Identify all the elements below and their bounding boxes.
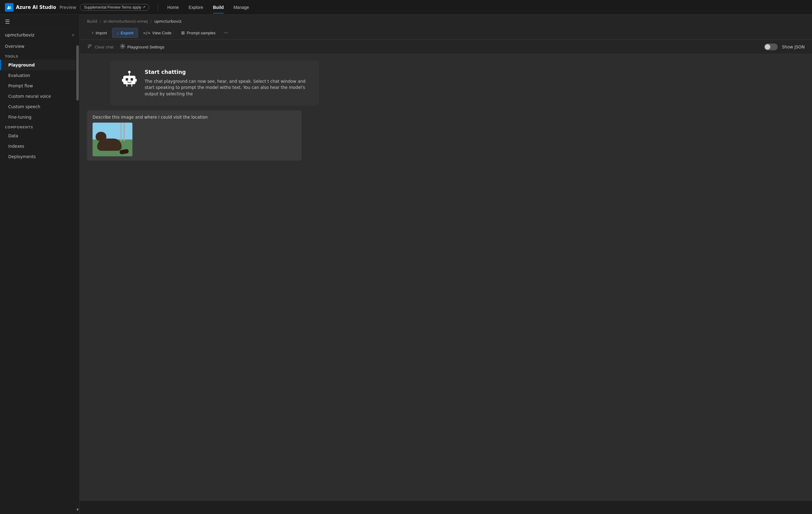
sidebar-item-evaluation[interactable]: Evaluation xyxy=(0,70,79,81)
workspace-name: upmcturboviz xyxy=(5,32,34,37)
hamburger-icon[interactable]: ☰ xyxy=(5,19,10,25)
sidebar-item-overview[interactable]: Overview xyxy=(0,41,79,52)
tools-section-label: Tools xyxy=(0,52,79,60)
breadcrumb-hub[interactable]: ai-demoturboviz-xmwj xyxy=(103,19,148,24)
svg-rect-4 xyxy=(130,78,133,81)
clear-chat-icon xyxy=(87,44,93,50)
show-json-label: Show JSON xyxy=(782,45,805,49)
start-chatting-card: Start chatting The chat playground can n… xyxy=(110,60,319,106)
main-content: Build / ai-demoturboviz-xmwj / upmcturbo… xyxy=(80,15,812,514)
more-options-button[interactable]: ··· xyxy=(221,28,231,37)
workspace-chevron-icon: ∧ xyxy=(72,33,75,37)
clear-icon-svg xyxy=(87,44,93,49)
pole-1 xyxy=(123,123,125,141)
scrollbar-track: ▼ xyxy=(76,15,79,514)
prompt-samples-button[interactable]: ⊞ Prompt samples xyxy=(177,28,220,38)
sidebar-item-custom-speech[interactable]: Custom speech xyxy=(0,102,79,112)
breadcrumb-sep-2: / xyxy=(150,19,151,24)
show-json-group: Show JSON xyxy=(764,44,805,50)
svg-rect-7 xyxy=(122,79,123,82)
view-code-button[interactable]: </> View Code xyxy=(139,28,176,38)
beaver-head xyxy=(96,132,106,141)
sidebar-item-fine-tuning[interactable]: Fine-tuning xyxy=(0,112,79,122)
sidebar: ☰ upmcturboviz ∧ Overview Tools Playgrou… xyxy=(0,15,80,514)
playground-settings-button[interactable]: Playground Settings xyxy=(120,42,165,52)
toggle-knob xyxy=(765,44,770,50)
user-message: Describe this image and where I could vi… xyxy=(87,110,301,161)
nav-manage[interactable]: Manage xyxy=(229,3,254,12)
gear-icon-svg xyxy=(120,44,125,49)
sidebar-header: ☰ xyxy=(0,15,79,29)
sidebar-item-custom-neural-voice[interactable]: Custom neural voice xyxy=(0,91,79,102)
beaver-tail xyxy=(119,149,129,154)
external-link-icon: ↗ xyxy=(143,5,145,9)
sidebar-item-indexes[interactable]: Indexes xyxy=(0,141,79,151)
sidebar-item-playground[interactable]: Playground xyxy=(0,60,79,70)
clear-chat-label: Clear chat xyxy=(95,45,114,49)
azure-ai-logo-icon xyxy=(5,3,13,12)
top-nav: Azure AI Studio Preview Supplemental Pre… xyxy=(0,0,812,15)
preview-terms-label: Supplemental Preview Terms apply xyxy=(84,5,141,9)
nav-links: Home Explore Build Manage xyxy=(163,3,253,12)
brand: Azure AI Studio Preview Supplemental Pre… xyxy=(5,3,149,12)
export-label: Export xyxy=(121,31,133,35)
main-layout: ☰ upmcturboviz ∧ Overview Tools Playgrou… xyxy=(0,15,812,514)
toolbar: ↑ Import ↓ Export </> View Code ⊞ Prompt… xyxy=(80,26,812,40)
beaver-statue-image xyxy=(93,123,133,156)
svg-rect-2 xyxy=(123,76,136,84)
breadcrumb-project: upmcturboviz xyxy=(154,19,181,24)
svg-rect-3 xyxy=(126,78,128,81)
chat-toolbar: Clear chat Playground Settings Show JSON xyxy=(80,40,812,54)
prompt-samples-label: Prompt samples xyxy=(187,31,215,35)
start-chatting-title: Start chatting xyxy=(145,69,309,75)
chat-input-bar xyxy=(80,501,812,514)
pole-2 xyxy=(120,123,122,141)
view-code-label: View Code xyxy=(152,31,172,35)
workspace-selector[interactable]: upmcturboviz ∧ xyxy=(0,29,79,41)
export-icon: ↓ xyxy=(117,30,119,35)
nav-home[interactable]: Home xyxy=(163,3,183,12)
sidebar-item-prompt-flow[interactable]: Prompt flow xyxy=(0,81,79,91)
view-code-icon: </> xyxy=(143,31,150,35)
svg-rect-8 xyxy=(136,79,137,82)
start-chatting-description: The chat playground can now see, hear, a… xyxy=(145,78,309,97)
export-button[interactable]: ↓ Export xyxy=(112,28,138,38)
start-chatting-content: Start chatting The chat playground can n… xyxy=(145,69,309,97)
scroll-down-arrow[interactable]: ▼ xyxy=(76,509,79,511)
breadcrumb: Build / ai-demoturboviz-xmwj / upmcturbo… xyxy=(80,15,812,26)
user-message-image xyxy=(93,123,133,156)
sidebar-item-data[interactable]: Data xyxy=(0,131,79,141)
svg-point-6 xyxy=(128,71,130,73)
nav-divider xyxy=(158,4,158,11)
settings-icon xyxy=(120,44,125,50)
chat-area[interactable]: Start chatting The chat playground can n… xyxy=(80,54,812,501)
components-section-label: Components xyxy=(0,122,79,131)
bot-icon-wrap xyxy=(120,69,139,87)
preview-terms-button[interactable]: Supplemental Preview Terms apply ↗ xyxy=(80,4,149,11)
scrollbar-thumb[interactable] xyxy=(76,45,79,101)
nav-build[interactable]: Build xyxy=(209,3,228,12)
sidebar-item-deployments[interactable]: Deployments xyxy=(0,151,79,162)
clear-chat-button[interactable]: Clear chat xyxy=(87,42,114,52)
user-message-text: Describe this image and where I could vi… xyxy=(93,115,296,119)
playground-settings-label: Playground Settings xyxy=(127,45,165,49)
svg-point-1 xyxy=(122,46,123,47)
show-json-toggle[interactable] xyxy=(764,44,778,50)
brand-name: Azure AI Studio Preview xyxy=(16,4,76,10)
breadcrumb-build[interactable]: Build xyxy=(87,19,97,24)
import-button[interactable]: ↑ Import xyxy=(87,28,112,38)
prompt-samples-icon: ⊞ xyxy=(181,30,185,35)
import-label: Import xyxy=(96,31,107,35)
breadcrumb-sep-1: / xyxy=(99,19,101,24)
bot-icon xyxy=(121,69,138,87)
nav-explore[interactable]: Explore xyxy=(184,3,207,12)
import-icon: ↑ xyxy=(92,30,94,35)
